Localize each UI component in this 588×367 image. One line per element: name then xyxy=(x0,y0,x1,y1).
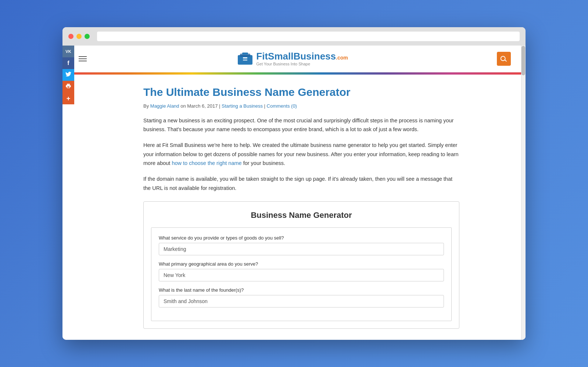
browser-window: VK f + xyxy=(62,27,526,340)
field2-input[interactable] xyxy=(159,269,444,281)
site-logo[interactable]: FitSmallBusiness.com Get Your Business I… xyxy=(237,51,348,66)
svg-rect-2 xyxy=(242,53,248,55)
meta-separator: | xyxy=(263,103,267,109)
article-meta: By Maggie Aland on March 6, 2017 | Start… xyxy=(143,103,459,109)
generator-form: What service do you provide or types of … xyxy=(151,227,452,321)
social-vk-button[interactable]: VK xyxy=(62,46,74,57)
browser-content: VK f + xyxy=(62,46,526,340)
author-link[interactable]: Maggie Aland xyxy=(150,103,179,109)
hamburger-menu[interactable] xyxy=(77,55,88,63)
generator-section: Business Name Generator What service do … xyxy=(143,201,459,329)
field1-label: What service do you provide or types of … xyxy=(159,235,444,241)
generator-title: Business Name Generator xyxy=(144,202,459,227)
hamburger-line xyxy=(79,61,87,61)
logo-text: FitSmallBusiness.com Get Your Business I… xyxy=(256,51,348,66)
form-group-geography: What primary geographical area do you se… xyxy=(159,261,444,281)
page-wrapper: FitSmallBusiness.com Get Your Business I… xyxy=(62,46,526,340)
meta-date: on March 6, 2017 | xyxy=(179,103,222,109)
comments-link[interactable]: Comments (0) xyxy=(267,103,297,109)
traffic-light-green[interactable] xyxy=(85,34,90,39)
hamburger-line xyxy=(79,58,87,59)
vk-icon: VK xyxy=(65,49,71,54)
search-button[interactable] xyxy=(497,52,511,66)
traffic-light-red[interactable] xyxy=(68,34,74,39)
field1-input[interactable] xyxy=(159,243,444,255)
article-body: Starting a new business is an exciting p… xyxy=(143,116,459,193)
twitter-icon xyxy=(65,72,71,78)
form-group-founder: What is the last name of the founder(s)? xyxy=(159,287,444,307)
article-para-2: Here at Fit Small Business we're here to… xyxy=(143,141,459,168)
field3-input[interactable] xyxy=(159,295,444,307)
site-header: FitSmallBusiness.com Get Your Business I… xyxy=(62,46,526,72)
logo-icon xyxy=(237,52,253,65)
category-link[interactable]: Starting a Business xyxy=(222,103,263,109)
svg-rect-3 xyxy=(243,57,247,58)
article-title: The Ultimate Business Name Generator xyxy=(143,86,459,99)
print-icon xyxy=(65,83,71,90)
traffic-light-yellow[interactable] xyxy=(76,34,82,39)
scrollbar-thumb[interactable] xyxy=(521,46,525,75)
article-para-3: If the domain name is available, you wil… xyxy=(143,174,459,193)
social-print-button[interactable] xyxy=(62,81,74,93)
social-twitter-button[interactable] xyxy=(62,69,74,81)
field3-label: What is the last name of the founder(s)? xyxy=(159,287,444,293)
meta-prefix: By xyxy=(143,103,150,109)
article-container: The Ultimate Business Name Generator By … xyxy=(114,75,474,340)
facebook-icon: f xyxy=(67,60,69,66)
logo-tagline: Get Your Business Into Shape xyxy=(256,62,348,66)
more-icon: + xyxy=(67,95,71,102)
search-icon xyxy=(501,55,507,62)
address-bar[interactable] xyxy=(97,32,520,41)
scrollbar-track[interactable] xyxy=(521,46,526,340)
browser-chrome xyxy=(62,27,526,46)
article-para-1: Starting a new business is an exciting p… xyxy=(143,116,459,134)
social-sidebar: VK f + xyxy=(62,46,74,104)
link-choose-name[interactable]: how to choose the right name xyxy=(172,160,241,166)
svg-rect-4 xyxy=(243,60,247,61)
social-facebook-button[interactable]: f xyxy=(62,57,74,69)
logo-com: .com xyxy=(336,55,348,61)
logo-main-text: FitSmallBusiness.com xyxy=(256,51,348,61)
social-more-button[interactable]: + xyxy=(62,93,74,104)
field2-label: What primary geographical area do you se… xyxy=(159,261,444,267)
form-group-service: What service do you provide or types of … xyxy=(159,235,444,255)
link-suffix: for your business. xyxy=(242,160,285,166)
hamburger-line xyxy=(79,56,87,57)
